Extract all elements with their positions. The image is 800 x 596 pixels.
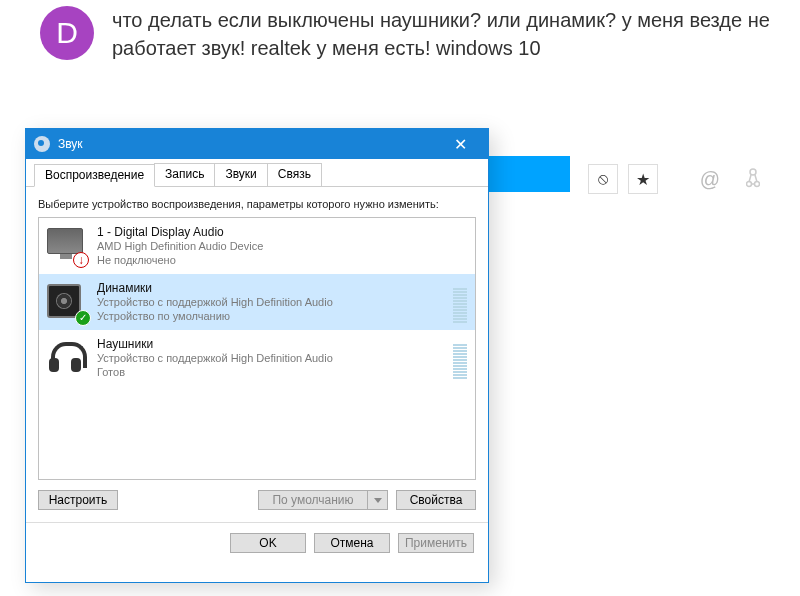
list-item[interactable]: ✓ Динамики Устройство с поддержкой High … <box>39 274 475 330</box>
close-button[interactable]: ✕ <box>440 129 480 159</box>
tab-communications[interactable]: Связь <box>267 163 322 186</box>
block-icon[interactable]: ⦸ <box>588 164 618 194</box>
headphones-icon <box>47 338 87 378</box>
device-status: Готов <box>97 365 447 379</box>
set-default-button[interactable]: По умолчанию <box>258 490 368 510</box>
titlebar[interactable]: Звук ✕ <box>26 129 488 159</box>
device-desc: AMD High Definition Audio Device <box>97 239 467 253</box>
set-default-dropdown[interactable] <box>368 490 388 510</box>
level-meter <box>453 281 467 323</box>
sound-dialog: Звук ✕ Воспроизведение Запись Звуки Связ… <box>25 128 489 583</box>
properties-button[interactable]: Свойства <box>396 490 476 510</box>
configure-button[interactable]: Настроить <box>38 490 118 510</box>
star-icon[interactable]: ★ <box>628 164 658 194</box>
user-avatar[interactable]: D <box>40 6 94 60</box>
at-icon[interactable]: @ <box>700 168 720 195</box>
sound-icon <box>34 136 50 152</box>
svg-point-0 <box>750 169 756 175</box>
monitor-icon: ↓ <box>47 226 87 266</box>
tab-playback[interactable]: Воспроизведение <box>34 164 155 187</box>
device-status: Не подключено <box>97 253 467 267</box>
chevron-down-icon <box>374 498 382 503</box>
tab-sounds[interactable]: Звуки <box>214 163 267 186</box>
device-name: Динамики <box>97 281 447 295</box>
question-text: что делать если выключены наушники? или … <box>112 6 770 62</box>
tab-recording[interactable]: Запись <box>154 163 215 186</box>
device-name: Наушники <box>97 337 447 351</box>
ok-button[interactable]: OK <box>230 533 306 553</box>
background-button[interactable] <box>480 156 570 192</box>
window-title: Звук <box>58 137 440 151</box>
arrow-down-icon: ↓ <box>73 252 89 268</box>
check-icon: ✓ <box>75 310 91 326</box>
apply-button[interactable]: Применить <box>398 533 474 553</box>
svg-point-1 <box>747 182 752 187</box>
device-status: Устройство по умолчанию <box>97 309 447 323</box>
prompt-text: Выберите устройство воспроизведения, пар… <box>38 197 476 211</box>
cancel-button[interactable]: Отмена <box>314 533 390 553</box>
list-item[interactable]: ↓ 1 - Digital Display Audio AMD High Def… <box>39 218 475 274</box>
share-icon[interactable] <box>746 168 760 195</box>
tabstrip: Воспроизведение Запись Звуки Связь <box>26 163 488 187</box>
device-desc: Устройство с поддержкой High Definition … <box>97 295 447 309</box>
device-name: 1 - Digital Display Audio <box>97 225 467 239</box>
speaker-icon: ✓ <box>47 282 87 322</box>
list-item[interactable]: Наушники Устройство с поддержкой High De… <box>39 330 475 386</box>
device-desc: Устройство с поддержкой High Definition … <box>97 351 447 365</box>
svg-point-2 <box>755 182 760 187</box>
device-list[interactable]: ↓ 1 - Digital Display Audio AMD High Def… <box>38 217 476 480</box>
level-meter <box>453 337 467 379</box>
